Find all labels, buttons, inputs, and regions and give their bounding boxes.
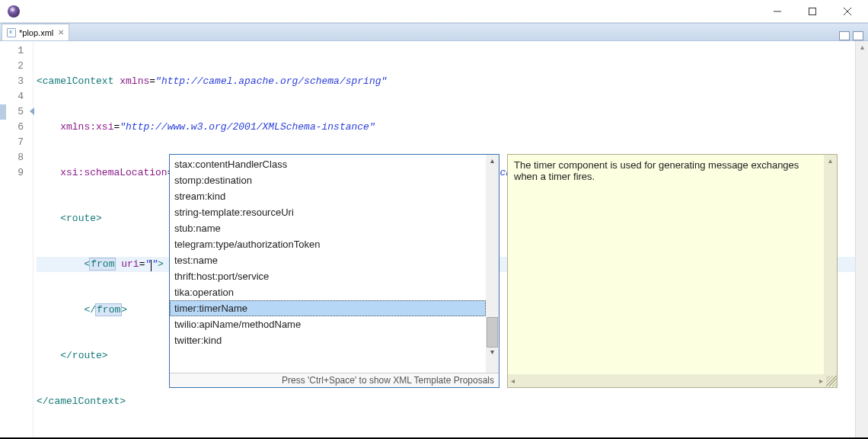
close-button[interactable] [830,0,865,23]
editor-tab[interactable]: *plop.xml ✕ [2,24,69,40]
completion-list[interactable]: stax:contentHandlerClassstomp:destinatio… [170,155,486,373]
resize-grip-icon[interactable] [826,376,837,386]
completion-item[interactable]: stomp:destination [170,172,486,188]
completion-item[interactable]: string-template:resourceUri [170,204,486,220]
completion-item[interactable]: stub:name [170,220,486,236]
maximize-button[interactable] [795,0,830,23]
minimize-view-icon[interactable] [839,31,850,40]
close-tab-icon[interactable]: ✕ [58,28,64,37]
window-controls [760,0,865,23]
completion-item[interactable]: stax:contentHandlerClass [170,156,486,172]
doc-vertical-scrollbar[interactable]: ▴ ▾ [824,155,837,387]
editor-tabbar: *plop.xml ✕ [0,23,868,40]
scroll-right-icon[interactable]: ▸ [816,377,826,385]
window-titlebar [0,0,868,23]
editor-tab-label: *plop.xml [19,28,53,37]
completion-item[interactable]: telegram:type/authorizationToken [170,236,486,252]
scroll-up-icon[interactable]: ▴ [490,156,494,165]
scroll-up-icon[interactable]: ▴ [828,156,832,165]
scroll-left-icon[interactable]: ◂ [508,377,518,385]
svg-rect-1 [809,8,816,14]
minimize-button[interactable] [760,0,795,23]
completion-item[interactable]: twitter:kind [170,332,486,348]
doc-horizontal-scrollbar[interactable]: ◂ ▸ [508,374,837,387]
popup-hint: Press 'Ctrl+Space' to show XML Template … [170,373,499,387]
completion-item[interactable]: stream:kind [170,188,486,204]
completion-item[interactable]: thrift:host:port/service [170,268,486,284]
scroll-down-icon[interactable]: ▾ [490,348,494,356]
documentation-text: The timer component is used for generati… [508,155,824,387]
eclipse-app-icon [8,5,20,18]
xml-file-icon [7,28,16,37]
maximize-view-icon[interactable] [853,31,863,40]
popup-scrollbar[interactable]: ▴ ▾ [486,155,499,373]
line-number-gutter: 1 2 3 4 5 6 7 8 9 [0,41,34,439]
completion-item[interactable]: twilio:apiName/methodName [170,316,486,332]
scroll-up-icon[interactable]: ▴ [860,43,864,51]
completion-item[interactable]: tika:operation [170,284,486,300]
documentation-popup: The timer component is used for generati… [507,154,838,388]
vertical-scrollbar[interactable]: ▴ ▾ [855,41,868,439]
scrollbar-thumb[interactable] [487,317,498,348]
completion-item[interactable]: timer:timerName [170,300,486,316]
content-assist-popup: stax:contentHandlerClassstomp:destinatio… [169,154,499,388]
completion-item[interactable]: test:name [170,252,486,268]
